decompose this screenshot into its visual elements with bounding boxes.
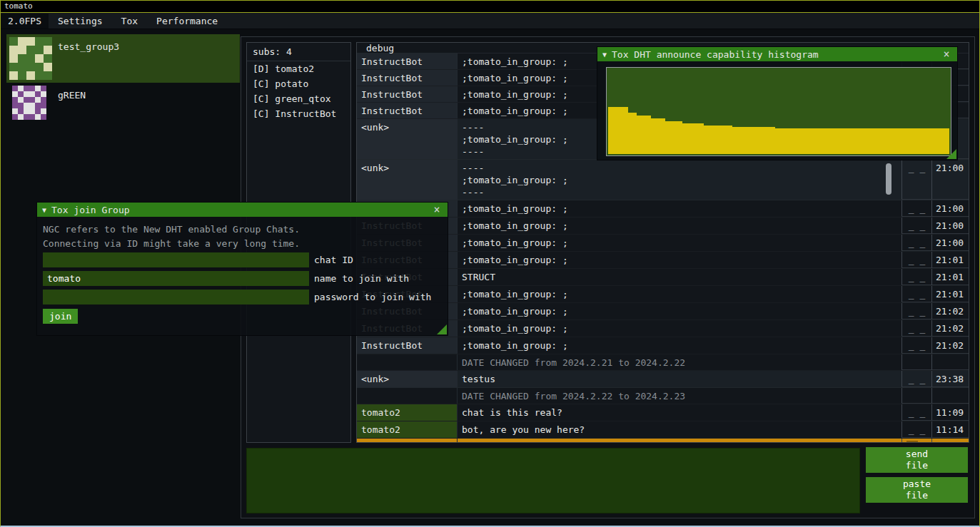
close-icon[interactable]: × xyxy=(941,48,952,61)
subs-item-potato[interactable]: [C] potato xyxy=(247,76,350,91)
message-author: tomato2 xyxy=(357,421,457,438)
message-time: 11:15 xyxy=(931,439,969,443)
menu-performance[interactable]: Performance xyxy=(147,14,227,29)
histogram-plot[interactable] xyxy=(606,67,951,156)
group-item-test_group3[interactable]: test_group3 xyxy=(6,34,240,83)
message-row[interactable]: InstructBot;tomato_in_group: ;_ _21:02 xyxy=(357,303,969,320)
field-row: password to join with xyxy=(43,290,442,305)
message-row[interactable]: InstructBot;tomato_in_group: ;_ _21:00 xyxy=(357,218,969,235)
message-input[interactable] xyxy=(246,448,860,513)
message-text: ;tomato_in_group: ; xyxy=(457,218,901,234)
message-status: _ _ xyxy=(901,286,931,302)
message-row[interactable]: InstructBotNo, I've been in this group f… xyxy=(357,439,969,443)
menu-tox[interactable]: Tox xyxy=(112,14,147,29)
group-avatar-icon xyxy=(12,86,46,120)
message-row[interactable]: InstructBot;tomato_in_group: ;_ _21:01 xyxy=(357,252,969,269)
message-time xyxy=(931,354,969,370)
message-status xyxy=(901,354,931,370)
window-title: tomato xyxy=(4,1,33,11)
subs-count: subs: 4 xyxy=(247,43,350,61)
group-name: test_group3 xyxy=(58,41,119,53)
message-row[interactable]: tomato2bot, are you new here?_ _11:14 xyxy=(357,421,969,439)
message-status: _ _ xyxy=(901,200,931,217)
message-time xyxy=(931,388,969,404)
field-row: tomato name to join with xyxy=(43,271,442,286)
message-text: STRUCT xyxy=(457,269,901,285)
join-info-line: NGC refers to the New DHT enabled Group … xyxy=(43,222,442,237)
message-row[interactable]: InstructBot;tomato_in_group: ;_ _21:00 xyxy=(357,235,969,252)
message-time: 21:02 xyxy=(931,320,969,337)
join-window-titlebar[interactable]: ▼ Tox join Group × xyxy=(37,203,448,217)
join-info-line: Connecting via ID might take a very long… xyxy=(43,237,442,251)
message-text: DATE CHANGED from 2024.2.21 to 2024.2.22 xyxy=(457,354,901,370)
subs-item-green_qtox[interactable]: [C] green_qtox xyxy=(247,91,350,106)
subs-item-instructbot[interactable]: [C] InstructBot xyxy=(247,106,350,121)
message-time: 21:00 xyxy=(931,218,969,234)
paste-file-button[interactable]: paste file xyxy=(866,477,968,503)
subs-item-tomato2[interactable]: [D] tomato2 xyxy=(247,61,350,76)
message-text: No, I've been in this group for quite so… xyxy=(457,439,901,443)
message-time: 21:02 xyxy=(931,337,969,354)
message-row[interactable]: tomato2chat is this real?_ _11:09 xyxy=(357,404,969,421)
message-time: 21:02 xyxy=(931,303,969,319)
message-status: _ _ xyxy=(901,269,931,285)
message-time: 11:09 xyxy=(931,404,969,421)
message-text: ;tomato_in_group: ; xyxy=(457,235,901,251)
message-time: 21:00 xyxy=(931,160,969,200)
send-file-button[interactable]: send file xyxy=(866,447,968,473)
join-password-label: password to join with xyxy=(314,291,431,303)
group-avatar-icon xyxy=(9,37,52,80)
group-item-green[interactable]: gREEN xyxy=(6,83,240,131)
join-name-input[interactable]: tomato xyxy=(43,271,309,286)
histogram-window-titlebar[interactable]: ▼ Tox DHT announce capability histogram … xyxy=(597,47,957,61)
group-name: gREEN xyxy=(58,89,86,101)
message-row[interactable]: InstructBotSTRUCT_ _21:01 xyxy=(357,269,969,286)
join-button[interactable]: join xyxy=(43,309,78,324)
message-time: 21:01 xyxy=(931,252,969,268)
message-author xyxy=(357,354,457,370)
fps-counter: 2.0FPS xyxy=(1,14,49,29)
join-name-label: name to join with xyxy=(314,272,409,285)
message-status: _ _ xyxy=(901,320,931,337)
date-separator-row: DATE CHANGED from 2024.2.22 to 2024.2.23 xyxy=(357,388,969,404)
field-row: chat ID xyxy=(43,252,442,267)
collapse-icon[interactable]: ▼ xyxy=(602,48,607,61)
chat-id-input[interactable] xyxy=(43,252,309,267)
message-row[interactable]: InstructBot;tomato_in_group: ;_ _21:00 xyxy=(357,200,969,218)
join-password-input[interactable] xyxy=(43,290,309,305)
message-author: InstructBot xyxy=(357,86,457,102)
message-text: ;tomato_in_group: ; xyxy=(457,320,901,337)
message-row[interactable]: <unk>testus_ _23:38 xyxy=(357,371,969,388)
resize-grip-icon[interactable] xyxy=(946,149,956,159)
close-icon[interactable]: × xyxy=(431,204,443,216)
app-window: tomato 2.0FPS Settings Tox Performance t… xyxy=(0,0,980,527)
message-row[interactable]: InstructBot;tomato_in_group: ;_ _21:02 xyxy=(357,337,969,354)
message-status: _ _ xyxy=(901,303,931,319)
message-author: InstructBot xyxy=(357,103,457,118)
message-text: ;tomato_in_group: ; xyxy=(457,286,901,302)
message-status: _ _ xyxy=(901,421,931,438)
chat-scrollbar-thumb[interactable] xyxy=(886,163,891,195)
menu-settings[interactable]: Settings xyxy=(49,14,112,29)
message-time: 11:14 xyxy=(931,421,969,438)
join-group-window: ▼ Tox join Group × NGC refers to the New… xyxy=(36,202,448,336)
chat-id-label: chat ID xyxy=(314,254,353,266)
message-status: _ _ xyxy=(901,252,931,268)
histogram-window-title: Tox DHT announce capability histogram xyxy=(612,48,941,61)
titlebar[interactable]: tomato xyxy=(1,1,979,13)
group-sidebar: test_group3 gREEN xyxy=(6,34,240,131)
message-row[interactable]: <unk>---- ;tomato_in_group: ; ----_ _21:… xyxy=(357,160,969,200)
message-status xyxy=(901,388,931,404)
collapse-icon[interactable]: ▼ xyxy=(42,204,46,216)
date-separator-row: DATE CHANGED from 2024.2.21 to 2024.2.22 xyxy=(357,354,969,371)
message-row[interactable]: InstructBot;tomato_in_group: ;_ _21:01 xyxy=(357,286,969,303)
message-author: InstructBot xyxy=(357,53,457,69)
message-row[interactable]: InstructBot;tomato_in_group: ;_ _21:02 xyxy=(357,320,969,337)
message-text: ;tomato_in_group: ; xyxy=(457,303,901,319)
message-author: InstructBot xyxy=(357,337,457,354)
message-text: ;tomato_in_group: ; xyxy=(457,252,901,268)
resize-grip-icon[interactable] xyxy=(437,324,447,334)
message-time: 21:00 xyxy=(931,235,969,251)
message-text: ---- ;tomato_in_group: ; ---- xyxy=(457,160,901,200)
message-text: DATE CHANGED from 2024.2.22 to 2024.2.23 xyxy=(457,388,901,404)
